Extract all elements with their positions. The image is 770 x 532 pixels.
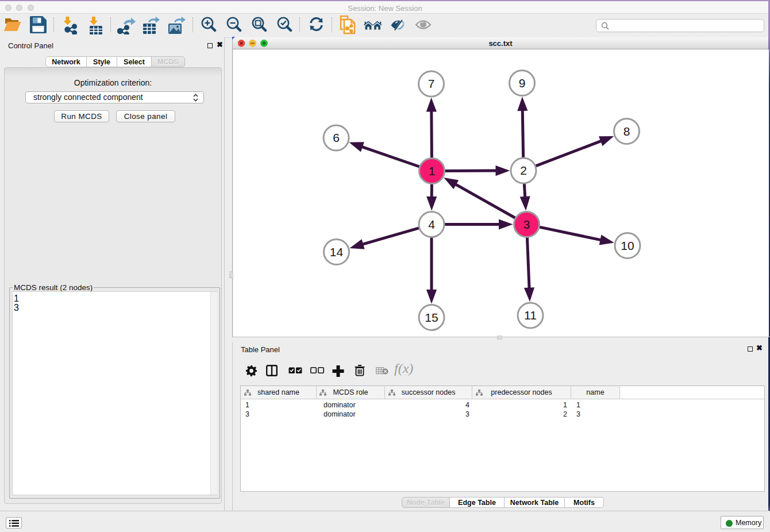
svg-text:15: 15 (425, 311, 438, 324)
svg-text:6: 6 (333, 131, 340, 144)
svg-text:1: 1 (429, 164, 436, 178)
svg-text:8: 8 (623, 125, 630, 138)
svg-text:7: 7 (428, 77, 435, 90)
svg-text:2: 2 (520, 164, 527, 177)
svg-text:3: 3 (523, 218, 530, 231)
svg-text:14: 14 (330, 245, 344, 259)
svg-text:11: 11 (524, 309, 537, 322)
svg-text:10: 10 (621, 239, 634, 252)
svg-text:9: 9 (519, 76, 526, 90)
svg-text:4: 4 (428, 218, 435, 231)
